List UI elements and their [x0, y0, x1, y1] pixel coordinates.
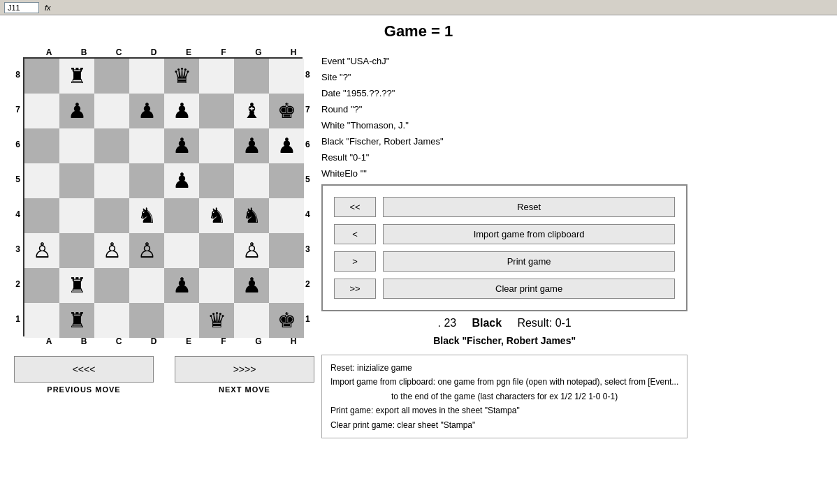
rank-labels-right: 8 7 6 5 4 3 2 1	[305, 57, 310, 336]
help-line-5: Clear print game: clear sheet "Stampa"	[330, 418, 678, 432]
board-cell[interactable]	[59, 198, 94, 233]
board-cell[interactable]: ♟	[269, 128, 304, 163]
board-cell[interactable]	[59, 163, 94, 198]
board-cell[interactable]	[269, 233, 304, 268]
rank-4-left: 4	[15, 197, 20, 232]
board-cell[interactable]: ♜	[59, 59, 94, 94]
move-dot: .	[438, 317, 441, 329]
board-cell[interactable]: ♟	[164, 128, 199, 163]
board-cell[interactable]	[199, 163, 234, 198]
board-cell[interactable]	[94, 59, 129, 94]
board-cell[interactable]	[129, 163, 164, 198]
board-cell[interactable]	[269, 268, 304, 303]
board-cell[interactable]	[94, 198, 129, 233]
board-cell[interactable]: ♟	[164, 163, 199, 198]
board-cell[interactable]: ♛	[164, 59, 199, 94]
black-info: Black "Fischer, Robert James"	[321, 135, 687, 148]
board-cell[interactable]	[129, 268, 164, 303]
board-cell[interactable]	[24, 163, 59, 198]
board-cell[interactable]	[199, 268, 234, 303]
board-cell[interactable]	[164, 198, 199, 233]
rank-8-left: 8	[15, 57, 20, 92]
board-cell[interactable]	[129, 128, 164, 163]
controls-row-1: << Reset	[334, 197, 675, 217]
board-cell[interactable]	[94, 163, 129, 198]
board-cell[interactable]	[94, 128, 129, 163]
board-cell[interactable]: ♟	[59, 94, 94, 128]
move-info: . 23 Black Result: 0-1	[321, 317, 687, 329]
board-cell[interactable]	[129, 59, 164, 94]
prev-move-button[interactable]: <<<<	[14, 356, 154, 383]
board-cell[interactable]	[24, 94, 59, 128]
board-cell[interactable]: ♙	[24, 233, 59, 268]
import-button[interactable]: Import game from clipboard	[383, 224, 675, 244]
controls-row-2: < Import game from clipboard	[334, 224, 675, 244]
board-cell[interactable]	[94, 268, 129, 303]
board-cell[interactable]: ♟	[234, 268, 269, 303]
next-move-label: NEXT MOVE	[219, 385, 270, 394]
board-cell[interactable]	[199, 233, 234, 268]
board-cell[interactable]	[234, 303, 269, 338]
board-cell[interactable]	[164, 233, 199, 268]
file-d-bottom: D	[136, 336, 171, 346]
board-cell[interactable]	[94, 303, 129, 338]
board-cell[interactable]	[24, 128, 59, 163]
prev-prev-button[interactable]: <<	[334, 197, 376, 217]
board-cell[interactable]	[94, 94, 129, 128]
next-move-button[interactable]: >>>>	[175, 356, 314, 383]
board-cell[interactable]: ♙	[129, 233, 164, 268]
file-labels-bottom: A B C D E F G H	[31, 336, 311, 346]
board-cell[interactable]	[269, 59, 304, 94]
clear-print-button[interactable]: Clear print game	[383, 279, 675, 299]
player-display: Black "Fischer, Robert James"	[321, 335, 687, 346]
board-cell[interactable]	[234, 163, 269, 198]
board-cell[interactable]: ♞	[199, 198, 234, 233]
board-cell[interactable]	[59, 128, 94, 163]
next-next-button[interactable]: >>	[334, 279, 376, 299]
board-cell[interactable]	[199, 94, 234, 128]
rank-5-left: 5	[15, 162, 20, 197]
board-cell[interactable]: ♟	[164, 268, 199, 303]
print-button[interactable]: Print game	[383, 251, 675, 272]
white-info: White "Thomason, J."	[321, 119, 687, 132]
board-container: A B C D E F G H 8 7 6 5 4 3 2 1	[14, 47, 314, 394]
board-cell[interactable]: ♞	[234, 198, 269, 233]
board-cell[interactable]	[269, 163, 304, 198]
board-cell[interactable]	[24, 198, 59, 233]
board-cell[interactable]: ♚	[269, 94, 304, 128]
board-cell[interactable]	[129, 303, 164, 338]
prev-button[interactable]: <	[334, 224, 376, 244]
next-button[interactable]: >	[334, 251, 376, 272]
file-g-top: G	[241, 47, 276, 57]
result-label: Result:	[517, 317, 552, 329]
board-cell[interactable]: ♟	[164, 94, 199, 128]
board-cell[interactable]: ♛	[199, 303, 234, 338]
board-cell[interactable]	[59, 233, 94, 268]
file-b-bottom: B	[66, 336, 101, 346]
file-h-bottom: H	[276, 336, 311, 346]
board-cell[interactable]	[164, 303, 199, 338]
board-cell[interactable]	[24, 303, 59, 338]
board-cell[interactable]: ♜	[59, 268, 94, 303]
board-cell[interactable]: ♚	[269, 303, 304, 338]
board-cell[interactable]: ♙	[234, 233, 269, 268]
board-cell[interactable]	[199, 128, 234, 163]
board-cell[interactable]	[199, 59, 234, 94]
board-cell[interactable]: ♟	[234, 128, 269, 163]
board-cell[interactable]	[269, 198, 304, 233]
file-a-top: A	[31, 47, 66, 57]
move-player: Black	[472, 317, 502, 329]
board-cell[interactable]	[234, 59, 269, 94]
reset-button[interactable]: Reset	[383, 197, 675, 217]
rank-5-right: 5	[305, 162, 310, 197]
board-cell[interactable]: ♙	[94, 233, 129, 268]
board-cell[interactable]: ♝	[234, 94, 269, 128]
result-val: 0-1	[555, 317, 572, 329]
board-cell[interactable]	[24, 268, 59, 303]
help-line-1: Reset: inizialize game	[330, 361, 678, 375]
board-cell[interactable]: ♞	[129, 198, 164, 233]
rank-7-left: 7	[15, 92, 20, 127]
board-cell[interactable]: ♟	[129, 94, 164, 128]
board-cell[interactable]	[24, 59, 59, 94]
board-cell[interactable]: ♜	[59, 303, 94, 338]
